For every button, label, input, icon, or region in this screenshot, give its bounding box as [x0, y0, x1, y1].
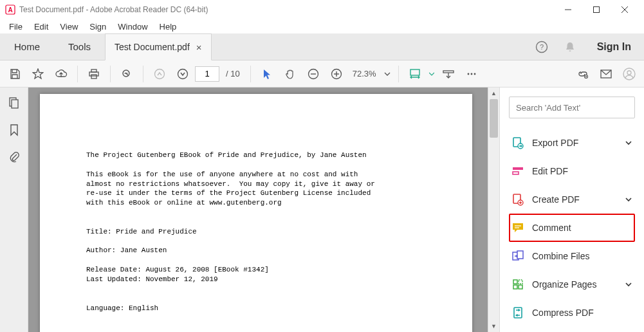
tool-compress-pdf[interactable]: Compress PDF [509, 299, 635, 327]
tool-export-pdf[interactable]: Export PDF [509, 129, 635, 157]
account-button[interactable] [618, 63, 640, 85]
fit-dropdown[interactable] [427, 63, 436, 85]
selection-tool[interactable] [256, 63, 278, 85]
svg-point-26 [470, 73, 472, 75]
svg-rect-45 [517, 251, 523, 259]
scroll-up-icon[interactable]: ▲ [488, 88, 499, 99]
titlebar: A Test Document.pdf - Adobe Acrobat Read… [0, 0, 644, 19]
scroll-thumb[interactable] [490, 99, 498, 138]
svg-rect-36 [513, 167, 523, 170]
tool-label: Comment [532, 223, 632, 233]
more-tools-button[interactable] [461, 63, 483, 85]
vertical-scrollbar[interactable]: ▲ ▼ [488, 88, 499, 332]
organize-pages-icon [511, 278, 524, 291]
tool-label: Organize Pages [532, 279, 617, 290]
chevron-down-icon [625, 196, 632, 203]
create-pdf-icon [511, 193, 524, 206]
page-total-label: / 10 [221, 69, 245, 78]
svg-rect-3 [594, 7, 600, 13]
svg-rect-50 [514, 308, 522, 318]
zoom-dropdown[interactable] [382, 63, 393, 85]
svg-rect-37 [513, 172, 519, 174]
help-button[interactable]: ? [528, 33, 556, 60]
save-button[interactable] [4, 63, 26, 85]
zoom-in-button[interactable] [326, 63, 347, 85]
find-button[interactable] [116, 63, 138, 85]
close-button[interactable] [611, 0, 639, 19]
app-icon: A [5, 5, 15, 15]
menu-help[interactable]: Help [154, 21, 182, 33]
zoom-level-label: 72.3% [349, 69, 380, 78]
menu-sign[interactable]: Sign [84, 21, 111, 33]
minimize-button[interactable] [554, 0, 582, 19]
compress-pdf-icon [511, 306, 524, 319]
svg-point-15 [155, 69, 165, 78]
svg-point-16 [178, 69, 188, 78]
tool-organize-pages[interactable]: Organize Pages [509, 270, 635, 299]
combine-files-icon [511, 250, 524, 263]
next-page-button[interactable] [172, 63, 194, 85]
menu-edit[interactable]: Edit [29, 21, 53, 33]
export-pdf-icon [511, 136, 524, 149]
svg-rect-33 [12, 100, 18, 108]
chevron-down-icon [625, 281, 632, 288]
bookmarks-icon[interactable] [9, 124, 19, 136]
maximize-button[interactable] [582, 0, 611, 19]
edit-pdf-icon [511, 165, 524, 178]
tool-label: Export PDF [532, 138, 617, 148]
document-tab[interactable]: Test Document.pdf × [105, 33, 212, 60]
tool-label: Combine Files [532, 251, 632, 261]
menu-file[interactable]: File [4, 21, 28, 33]
tool-combine-files[interactable]: Combine Files [509, 242, 635, 270]
toolbar: / 10 72.3% [0, 60, 644, 88]
svg-rect-49 [519, 285, 522, 289]
tool-comment[interactable]: Comment [509, 214, 635, 242]
tool-label: Edit PDF [532, 166, 632, 176]
comment-icon [511, 221, 524, 234]
document-viewport[interactable]: The Project Gutenberg EBook of Pride and… [28, 88, 488, 332]
svg-rect-23 [443, 71, 454, 73]
notifications-button[interactable] [556, 33, 584, 60]
document-page: The Project Gutenberg EBook of Pride and… [40, 94, 472, 332]
email-button[interactable] [595, 63, 617, 85]
menu-window[interactable]: Window [113, 21, 152, 33]
fit-width-button[interactable] [404, 63, 426, 85]
tool-label: Compress PDF [532, 308, 632, 318]
sign-in-button[interactable]: Sign In [584, 33, 644, 60]
menu-view[interactable]: View [55, 21, 83, 33]
svg-point-25 [467, 73, 469, 75]
chevron-down-icon [625, 139, 632, 147]
scroll-down-icon[interactable]: ▼ [488, 320, 499, 332]
tab-tools[interactable]: Tools [54, 33, 105, 60]
star-button[interactable] [27, 63, 49, 85]
zoom-out-button[interactable] [302, 63, 324, 85]
tabbar: Home Tools Test Document.pdf × ? Sign In [0, 33, 644, 60]
svg-rect-47 [519, 280, 522, 284]
document-text: The Project Gutenberg EBook of Pride and… [86, 151, 426, 332]
read-mode-button[interactable] [437, 63, 459, 85]
svg-point-31 [627, 71, 631, 75]
close-tab-icon[interactable]: × [196, 42, 202, 53]
tool-label: Create PDF [532, 194, 617, 205]
thumbnails-icon[interactable] [8, 97, 21, 109]
cloud-button[interactable] [50, 63, 72, 85]
svg-text:A: A [8, 6, 12, 14]
tab-home[interactable]: Home [0, 33, 54, 60]
prev-page-button[interactable] [149, 63, 170, 85]
tools-panel: Export PDF Edit PDF Create PDF Comment [499, 88, 644, 332]
hand-tool[interactable] [279, 63, 301, 85]
document-tab-label: Test Document.pdf [115, 42, 190, 52]
page-number-input[interactable] [195, 66, 219, 82]
menubar: File Edit View Sign Window Help [0, 19, 644, 33]
search-tools-input[interactable] [509, 97, 635, 118]
svg-text:?: ? [540, 43, 544, 51]
print-button[interactable] [83, 63, 105, 85]
workspace: The Project Gutenberg EBook of Pride and… [0, 88, 644, 332]
share-link-button[interactable] [572, 63, 594, 85]
svg-rect-22 [410, 69, 419, 75]
attachments-icon[interactable] [8, 151, 20, 163]
tool-edit-pdf[interactable]: Edit PDF [509, 157, 635, 185]
tool-create-pdf[interactable]: Create PDF [509, 185, 635, 214]
svg-rect-48 [513, 285, 517, 289]
svg-rect-10 [91, 75, 97, 78]
